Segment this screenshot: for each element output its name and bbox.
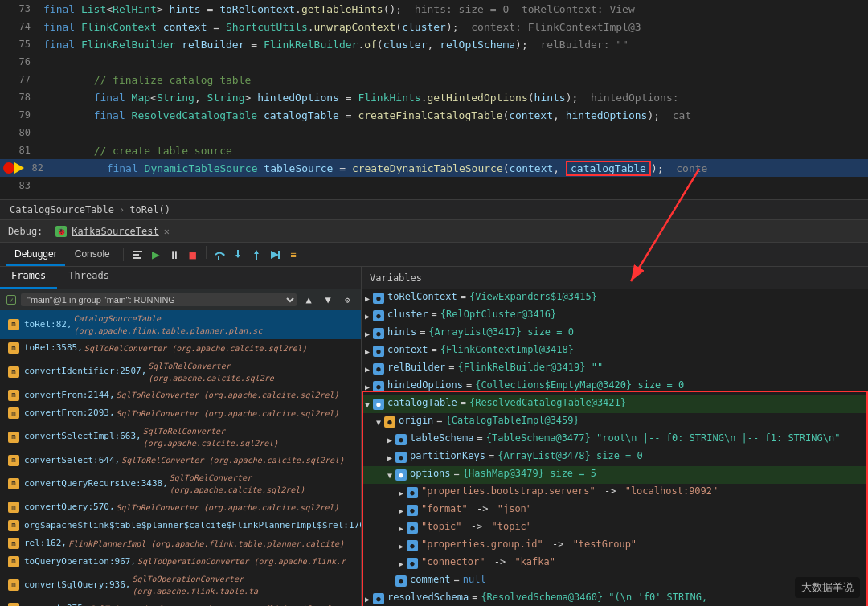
var-cluster[interactable]: ● cluster = {RelOptCluster@3416} (362, 307, 868, 325)
frame-item-1[interactable]: m toRel:3585, SqlToRelConverter (org.apa… (0, 339, 361, 358)
var-hintedOptions[interactable]: ● hintedOptions = {Collections$EmptyMap@… (362, 378, 868, 395)
var-relBuilder[interactable]: ● relBuilder = {FlinkRelBuilder@3419} "" (362, 360, 868, 378)
panel-tabs: Frames Threads (0, 267, 361, 289)
var-icon-catalogTable: ● (373, 399, 384, 410)
left-panel: Frames Threads ✓ "main"@1 in group "main… (0, 267, 362, 606)
frame-item-12[interactable]: m convertSqlQuery:936, SqlToOperationCon… (0, 571, 361, 600)
var-arrow-partitionKeys[interactable] (384, 450, 395, 465)
var-toRelContext[interactable]: ● toRelContext = {ViewExpanders$1@3415} (362, 289, 868, 307)
frames-list: m toRel:82, CatalogSourceTable (org.apac… (0, 310, 361, 606)
code-editor: 73 final List<RelHint> hints = toRelCont… (0, 0, 868, 199)
run-to-cursor-btn[interactable] (266, 246, 284, 264)
var-arrow-options[interactable] (384, 468, 395, 482)
var-arrow-hintedOptions[interactable] (362, 379, 373, 394)
code-line-74: 74 final FlinkContext context = Shortcut… (0, 18, 868, 35)
tab-console[interactable]: Console (67, 244, 118, 266)
var-arrow-tableSchema[interactable] (384, 432, 395, 447)
frame-item-3[interactable]: m convertFrom:2144, SqlToRelConverter (o… (0, 387, 361, 405)
frame-item-13[interactable]: m convert:275, SqlToOperationConverter (… (0, 600, 361, 606)
frame-item-5[interactable]: m convertSelectImpl:663, SqlToRelConvert… (0, 423, 361, 452)
session-close[interactable]: ✕ (164, 226, 170, 237)
var-arrow-format[interactable] (395, 503, 407, 518)
var-icon-cluster: ● (373, 310, 384, 321)
frame-item-7[interactable]: m convertQueryRecursive:3438, SqlToRelCo… (0, 469, 361, 498)
session-icon: 🐞 (55, 226, 67, 237)
svg-marker-9 (271, 251, 279, 259)
debug-label: Debug: (8, 226, 43, 237)
var-arrow-catalogTable[interactable] (362, 397, 373, 412)
code-line-73: 73 final List<RelHint> hints = toRelCont… (0, 0, 868, 18)
var-connector[interactable]: ● "connector" -> "kafka" (362, 555, 868, 572)
var-format[interactable]: ● "format" -> "json" (362, 502, 868, 519)
var-context[interactable]: ● context = {FlinkContextImpl@3418} (362, 342, 868, 360)
evaluate-btn[interactable]: ≡ (285, 246, 302, 264)
frame-up-btn[interactable]: ▲ (301, 293, 316, 307)
var-resolvedSchema[interactable]: ● resolvedSchema = {ResolvedSchema@3460}… (362, 590, 868, 606)
var-tableSchema[interactable]: ● tableSchema = {TableSchema@3477} "root… (362, 431, 868, 448)
resume-btn[interactable]: ▶ (147, 246, 165, 264)
breadcrumb-file[interactable]: CatalogSourceTable (10, 204, 114, 215)
var-arrow-groupid[interactable] (395, 538, 407, 553)
variables-header: Variables (362, 267, 868, 289)
var-icon-hintedOptions: ● (373, 381, 384, 392)
right-panel: Variables ● toRelContext = {ViewExpander… (362, 267, 868, 606)
step-out-btn[interactable] (248, 246, 265, 264)
var-hints[interactable]: ● hints = {ArrayList@3417} size = 0 (362, 325, 868, 342)
var-arrow-topic[interactable] (395, 521, 407, 535)
var-arrow-resolvedSchema[interactable] (362, 592, 373, 606)
var-arrow-context[interactable] (362, 344, 373, 358)
var-origin[interactable]: ● origin = {CatalogTableImpl@3459} (362, 413, 868, 431)
session-name[interactable]: KafkaSourceTest (72, 226, 158, 237)
tab-frames[interactable]: Frames (0, 267, 57, 289)
filter-btn[interactable]: ⚙ (340, 293, 354, 307)
step-over-btn[interactable] (211, 246, 228, 264)
thread-select[interactable]: "main"@1 in group "main": RUNNING (21, 293, 297, 306)
breadcrumb-method[interactable]: toRel() (129, 204, 170, 215)
tab-debugger[interactable]: Debugger (6, 244, 65, 266)
frame-item-2[interactable]: m convertIdentifier:2507, SqlToRelConver… (0, 358, 361, 387)
var-arrow-hints[interactable] (362, 326, 373, 341)
frame-icon-8: m (8, 502, 19, 513)
var-icon-options: ● (395, 469, 407, 481)
svg-rect-4 (218, 256, 219, 260)
frame-item-11[interactable]: m toQueryOperation:967, SqlToOperationCo… (0, 553, 361, 571)
var-arrow-toRelContext[interactable] (362, 291, 373, 305)
var-topic[interactable]: ● "topic" -> "topic" (362, 519, 868, 537)
var-comment[interactable]: ● comment = null (362, 572, 868, 590)
var-partitionKeys[interactable]: ● partitionKeys = {ArrayList@3478} size … (362, 448, 868, 466)
var-icon-resolvedSchema: ● (373, 593, 384, 604)
variables-list: ● toRelContext = {ViewExpanders$1@3415} … (362, 289, 868, 606)
frame-icon-5: m (8, 432, 19, 443)
frame-item-8[interactable]: m convertQuery:570, SqlToRelConverter (o… (0, 498, 361, 517)
var-arrow-cluster[interactable] (362, 309, 373, 323)
tab-threads[interactable]: Threads (57, 267, 121, 289)
frame-item-6[interactable]: m convertSelect:644, SqlToRelConverter (… (0, 452, 361, 470)
var-arrow-connector[interactable] (395, 556, 407, 571)
step-into-btn[interactable] (229, 246, 247, 264)
var-arrow-bootstrap[interactable] (395, 485, 407, 500)
frame-icon-9: m (8, 520, 19, 531)
frame-item-9[interactable]: m org$apache$flink$table$planner$calcite… (0, 517, 361, 535)
thread-checkbox[interactable]: ✓ (6, 295, 16, 305)
var-group-id[interactable]: ● "properties.group.id" -> "testGroup" (362, 537, 868, 555)
frame-item-0[interactable]: m toRel:82, CatalogSourceTable (org.apac… (0, 310, 361, 339)
var-options[interactable]: ● options = {HashMap@3479} size = 5 (362, 466, 868, 484)
frame-item-4[interactable]: m convertFrom:2093, SqlToRelConverter (o… (0, 404, 361, 423)
thread-item: ✓ "main"@1 in group "main": RUNNING ▲ ▼ … (0, 289, 361, 310)
frame-item-10[interactable]: m rel:162, FlinkPlannerImpl (org.apache.… (0, 534, 361, 553)
var-arrow-origin[interactable] (373, 415, 384, 429)
code-line-82: 82 final DynamicTableSource tableSource … (0, 159, 868, 177)
var-catalogTable[interactable]: ● catalogTable = {ResolvedCatalogTable@3… (362, 395, 868, 413)
show-execution-point-btn[interactable] (129, 246, 146, 264)
debug-content: Frames Threads ✓ "main"@1 in group "main… (0, 267, 868, 606)
var-bootstrap-servers[interactable]: ● "properties.bootstrap.servers" -> "loc… (362, 484, 868, 502)
frame-down-btn[interactable]: ▼ (321, 293, 335, 307)
var-icon-bootstrap: ● (407, 487, 418, 498)
pause-btn[interactable]: ⏸ (166, 246, 183, 264)
var-arrow-relBuilder[interactable] (362, 362, 373, 376)
code-line-78: 78 final Map<String, String> hintedOptio… (0, 88, 868, 106)
code-line-83: 83 (0, 177, 868, 194)
debug-toolbar: Debugger Console ▶ ⏸ ■ (0, 243, 868, 267)
stop-btn[interactable]: ■ (184, 246, 202, 264)
frame-icon-13: m (8, 603, 19, 606)
